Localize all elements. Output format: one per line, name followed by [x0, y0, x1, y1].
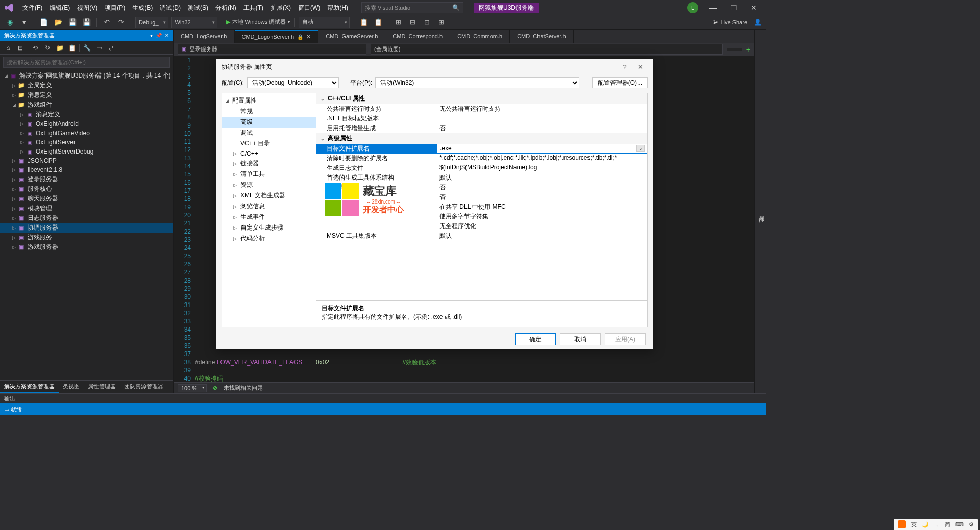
ok-button[interactable]: 确定: [515, 333, 556, 345]
menu-tools[interactable]: 工具(T): [240, 2, 266, 14]
tb-icon-2[interactable]: 📋: [373, 17, 384, 28]
menu-help[interactable]: 帮助(H): [324, 2, 351, 14]
undo-icon[interactable]: ↶: [101, 17, 112, 28]
nav-back-icon[interactable]: ◉: [4, 17, 15, 28]
member-breadcrumb[interactable]: [727, 48, 742, 51]
grid-group[interactable]: ⌄C++/CLI 属性: [316, 93, 647, 104]
dlg-tree-item[interactable]: VC++ 目录: [222, 138, 316, 149]
grid-row[interactable]: 公共语言运行时支持无公共语言运行时支持: [316, 104, 647, 114]
output-panel-header[interactable]: 输出: [0, 393, 766, 403]
tree-item[interactable]: ▷▣libevent2.1.8: [0, 165, 173, 174]
scope-breadcrumb[interactable]: (全局范围): [371, 44, 723, 55]
preview-icon[interactable]: ▭: [94, 43, 104, 53]
tree-item[interactable]: ▷▣OxEightGameVideo: [0, 129, 173, 138]
tree-item[interactable]: ▷▣JSONCPP: [0, 156, 173, 165]
tb-icon-4[interactable]: ⊟: [407, 17, 418, 28]
menu-debug[interactable]: 调试(D): [157, 2, 184, 14]
panel-dropdown-icon[interactable]: ▾: [150, 33, 153, 38]
dlg-tree-item[interactable]: ◢配置属性: [222, 95, 316, 106]
switch-icon[interactable]: ⇄: [106, 43, 116, 53]
editor-tab[interactable]: CMD_ChatServer.h: [510, 30, 573, 43]
platform-combo[interactable]: 活动(Win32): [375, 77, 579, 88]
tab-property-manager[interactable]: 属性管理器: [84, 381, 120, 393]
grid-row[interactable]: MSVC 工具集版本默认: [316, 231, 647, 241]
auto-combo[interactable]: 自动: [299, 17, 350, 28]
search-visual-studio[interactable]: 搜索 Visual Studio 🔍: [361, 2, 463, 13]
tab-team-explorer[interactable]: 团队资源管理器: [120, 381, 167, 393]
dlg-tree-item[interactable]: ▷XML 文档生成器: [222, 190, 316, 201]
dialog-help-button[interactable]: ?: [617, 63, 632, 71]
save-icon[interactable]: 💾: [67, 17, 78, 28]
tree-item[interactable]: ▷▣游戏服务器: [0, 242, 173, 252]
sync-icon[interactable]: ⟲: [30, 43, 40, 53]
tab-close-icon[interactable]: ✕: [306, 34, 311, 40]
editor-tab[interactable]: CMD_GameServer.h: [318, 30, 385, 43]
refresh-icon[interactable]: ↻: [42, 43, 53, 53]
grid-row[interactable]: 首选的生成工具体系结构默认: [316, 173, 647, 183]
editor-tab[interactable]: CMD_Correspond.h: [385, 30, 450, 43]
grid-row[interactable]: 启用托管增量生成否: [316, 123, 647, 133]
tree-item[interactable]: ▷▣协调服务器: [0, 223, 173, 233]
close-button[interactable]: ✕: [746, 4, 762, 12]
tree-item[interactable]: ▷▣聊天服务器: [0, 194, 173, 204]
user-avatar[interactable]: L: [687, 2, 698, 13]
grid-group[interactable]: ⌄高级属性: [316, 133, 647, 144]
grid-row[interactable]: 目标文件扩展名.exe: [316, 144, 647, 154]
dlg-tree-item[interactable]: ▷清单工具: [222, 169, 316, 180]
tb-icon-6[interactable]: ⊞: [435, 17, 447, 28]
zoom-combo[interactable]: 100 %: [178, 384, 207, 392]
editor-tab[interactable]: CMD_LogonServer.h🔒✕: [235, 30, 319, 43]
open-icon[interactable]: 📂: [53, 17, 64, 28]
menu-project[interactable]: 项目(P): [102, 2, 128, 14]
platform-combo[interactable]: Win32: [172, 17, 217, 28]
tb-icon-3[interactable]: ⊞: [393, 17, 404, 28]
panel-pin-icon[interactable]: 📌: [156, 33, 162, 38]
menu-test[interactable]: 测试(S): [185, 2, 211, 14]
tree-item[interactable]: ▷📁消息定义: [0, 90, 173, 100]
menu-view[interactable]: 视图(V): [74, 2, 101, 14]
redo-icon[interactable]: ↷: [115, 17, 127, 28]
tree-item[interactable]: ▷▣游戏服务: [0, 233, 173, 242]
editor-tab[interactable]: CMD_LogServer.h: [174, 30, 235, 43]
menu-analyze[interactable]: 分析(N): [212, 2, 239, 14]
maximize-button[interactable]: ☐: [726, 4, 741, 12]
home-icon[interactable]: ⌂: [3, 43, 13, 53]
grid-row[interactable]: 清除时要删除的扩展名*.cdf;*.cache;*.obj;*.obj.enc;…: [316, 154, 647, 163]
tree-item[interactable]: ▷▣模块管理: [0, 204, 173, 213]
rtool-properties[interactable]: 属性: [756, 209, 766, 217]
dlg-tree-item[interactable]: ▷C/C++: [222, 149, 316, 158]
minimize-button[interactable]: —: [705, 4, 721, 12]
nav-fwd-icon[interactable]: ▾: [18, 17, 30, 28]
tab-class-view[interactable]: 类视图: [59, 381, 84, 393]
menu-build[interactable]: 生成(B): [129, 2, 156, 14]
tree-item[interactable]: ▷▣登录服务器: [0, 174, 173, 184]
start-debug-button[interactable]: ▶ 本地 Windows 调试器 ▾: [226, 18, 290, 26]
tree-item[interactable]: ▷▣OxEightServer: [0, 138, 173, 147]
menu-extensions[interactable]: 扩展(X): [267, 2, 294, 14]
tree-item[interactable]: ▷▣消息定义: [0, 110, 173, 119]
dlg-tree-item[interactable]: ▷资源: [222, 180, 316, 190]
cancel-button[interactable]: 取消: [560, 333, 601, 345]
menu-edit[interactable]: 编辑(E): [46, 2, 73, 14]
save-all-icon[interactable]: 💾: [81, 17, 92, 28]
solution-search-input[interactable]: [3, 57, 170, 68]
dlg-tree-item[interactable]: ▷链接器: [222, 158, 316, 169]
tree-item[interactable]: ▷▣日志服务器: [0, 213, 173, 223]
panel-close-icon[interactable]: ✕: [165, 33, 169, 38]
grid-row[interactable]: .NET 目标框架版本: [316, 114, 647, 123]
tree-item[interactable]: ▷▣OxEightServerDebug: [0, 147, 173, 156]
dialog-close-button[interactable]: ✕: [632, 63, 648, 71]
new-icon[interactable]: 📄: [38, 17, 50, 28]
tree-item[interactable]: ◢📁游戏组件: [0, 100, 173, 110]
tab-solution-explorer[interactable]: 解决方案资源管理器: [0, 381, 59, 393]
tree-item[interactable]: ▷▣OxEightAndroid: [0, 119, 173, 129]
dlg-tree-item[interactable]: 调试: [222, 128, 316, 138]
dlg-tree-item[interactable]: ▷浏览信息: [222, 201, 316, 212]
tree-item[interactable]: ▷▣服务核心: [0, 184, 173, 194]
dlg-tree-item[interactable]: ▷代码分析: [222, 233, 316, 244]
config-manager-button[interactable]: 配置管理器(O)...: [592, 77, 648, 88]
grid-row[interactable]: 生成日志文件$(IntDir)$(MSBuildProjectName).log: [316, 163, 647, 173]
solution-root[interactable]: ◢▣ 解决方案"网狐旗舰U3D服务端"(第 14 个项目，共 14 个): [0, 71, 173, 81]
liveshare-button[interactable]: ⮚ Live Share 👤: [713, 19, 762, 26]
showall-icon[interactable]: 📁: [55, 43, 65, 53]
